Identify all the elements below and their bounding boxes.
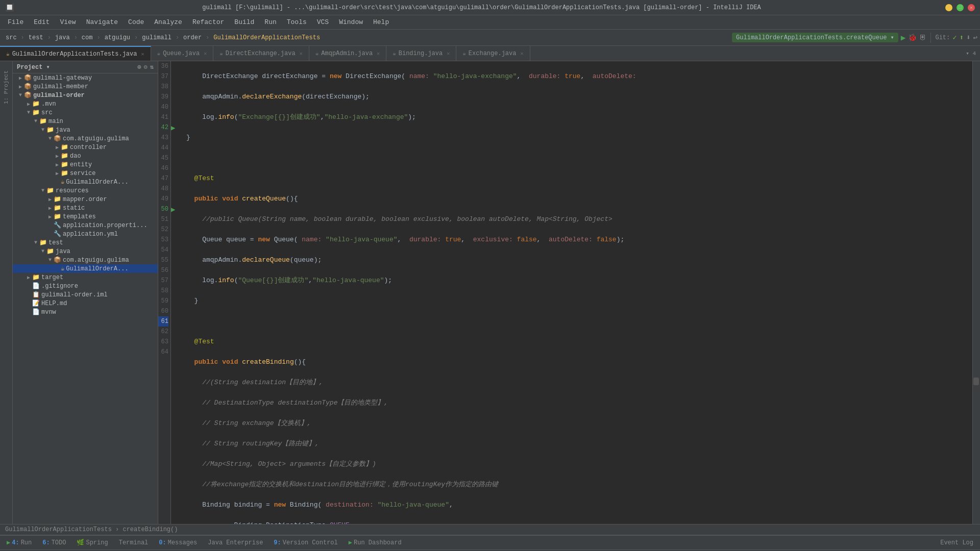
menu-refactor[interactable]: Refactor (187, 17, 229, 28)
run-tool-btn[interactable]: ▶ 4: Run (3, 538, 36, 547)
tree-item-iml[interactable]: 📋 gulimall-order.iml (13, 290, 158, 299)
breadcrumb-gulimall[interactable]: gulimall (139, 33, 175, 42)
tab-close-button[interactable]: ✕ (141, 51, 144, 57)
menu-view[interactable]: View (55, 17, 81, 28)
menu-tools[interactable]: Tools (282, 17, 312, 28)
menu-analyze[interactable]: Analyze (149, 17, 187, 28)
spring-tool-btn[interactable]: 🌿 Spring (72, 538, 112, 547)
expand-icon[interactable]: ⇅ (150, 63, 154, 71)
tree-item-member[interactable]: ▶ 📦 gulimall-member (13, 82, 158, 91)
breadcrumb-atguigu[interactable]: atguigu (102, 33, 133, 42)
menu-vcs[interactable]: VCS (312, 17, 334, 28)
breadcrumb-order[interactable]: order (180, 33, 205, 42)
tree-item-order[interactable]: ▼ 📦 gulimall-order (13, 91, 158, 99)
tree-item-package-test[interactable]: ▼ 📦 com.atguigu.gulima (13, 256, 158, 264)
git-revert-button[interactable]: ↩ (973, 33, 977, 42)
folder-icon: 📁 (54, 204, 61, 212)
tree-item-java-test[interactable]: ▼ 📁 java (13, 247, 158, 256)
close-button[interactable]: ✕ (968, 4, 975, 11)
tab-amqp-admin[interactable]: ☕ AmqpAdmin.java ✕ (309, 46, 386, 61)
code-line-44: Queue queue = new Queue( name: "hello-ja… (186, 235, 967, 245)
minimize-button[interactable]: ─ (945, 4, 952, 11)
tab-exchange-close[interactable]: ✕ (520, 51, 523, 57)
tree-item-package-main[interactable]: ▼ 📦 com.atguigu.gulima (13, 134, 158, 143)
tree-item-gulimall-app[interactable]: ☕ GulimallOrderA... (13, 178, 158, 186)
maximize-button[interactable]: □ (957, 4, 964, 11)
tab-amqp-admin-close[interactable]: ✕ (377, 51, 380, 57)
menu-edit[interactable]: Edit (29, 17, 55, 28)
run-dashboard-tool-btn[interactable]: ▶ Run Dashboard (345, 538, 406, 547)
locate-icon[interactable]: ⊕ (137, 63, 141, 71)
tree-item-service[interactable]: ▶ 📁 service (13, 169, 158, 178)
debug-button[interactable]: 🐞 (908, 33, 917, 42)
tree-item-mvnw[interactable]: 📄 mvnw (13, 308, 158, 316)
tree-item-app-yml[interactable]: 🔧 application.yml (13, 230, 158, 238)
run-config-selector[interactable]: GulimallOrderApplicationTests.createQueu… (732, 33, 898, 42)
code-line-37: amqpAdmin.declareExchange(directExchange… (186, 92, 967, 102)
messages-tool-btn[interactable]: 0: Messages (155, 538, 201, 547)
scroll-thumb[interactable] (973, 378, 979, 385)
tab-direct-exchange[interactable]: ☕ DirectExchange.java ✕ (213, 46, 309, 61)
right-scroll-gutter (972, 61, 980, 524)
tab-queue-close[interactable]: ✕ (204, 51, 207, 57)
menu-code[interactable]: Code (123, 17, 149, 28)
breadcrumb-test[interactable]: test (26, 33, 46, 42)
tree-item-gitignore[interactable]: 📄 .gitignore (13, 282, 158, 290)
tree-item-dao[interactable]: ▶ 📁 dao (13, 152, 158, 160)
tree-item-mapper-order[interactable]: ▶ 📁 mapper.order (13, 195, 158, 204)
tree-item-src[interactable]: ▼ 📁 src (13, 108, 158, 117)
tab-direct-exchange-close[interactable]: ✕ (300, 51, 303, 57)
code-editor[interactable]: 36 37 38 39 40 41 42 43 44 45 46 47 48 4… (158, 61, 980, 524)
menu-file[interactable]: File (3, 17, 29, 28)
folder-icon: 📁 (32, 100, 40, 108)
menu-navigate[interactable]: Navigate (81, 17, 123, 28)
breadcrumb-class[interactable]: GulimallOrderApplicationTests (210, 33, 323, 42)
tree-label: gulimall-order.iml (41, 291, 108, 298)
breadcrumb-com[interactable]: com (79, 33, 96, 42)
code-text-area[interactable]: DirectExchange directExchange = new Dire… (181, 61, 972, 524)
tab-binding[interactable]: ☕ Binding.java ✕ (386, 46, 456, 61)
menu-build[interactable]: Build (229, 17, 259, 28)
menu-help[interactable]: Help (368, 17, 394, 28)
tree-item-test[interactable]: ▼ 📁 test (13, 238, 158, 247)
git-commit-button[interactable]: ✓ (952, 33, 957, 42)
project-panel-tab[interactable]: 1: Project (3, 66, 9, 108)
tree-item-controller[interactable]: ▶ 📁 controller (13, 143, 158, 152)
breadcrumb-java[interactable]: java (52, 33, 73, 42)
todo-tool-btn[interactable]: 6: TODO (38, 538, 70, 547)
tree-arrow: ▼ (39, 248, 46, 254)
tab-exchange[interactable]: ☕ Exchange.java ✕ (456, 46, 530, 61)
tree-item-static[interactable]: ▶ 📁 static (13, 204, 158, 212)
run-button[interactable]: ▶ (901, 33, 906, 43)
git-push-button[interactable]: ⬆ (960, 33, 964, 42)
git-update-button[interactable]: ⬇ (966, 33, 970, 42)
tree-item-templates[interactable]: ▶ 📁 templates (13, 212, 158, 221)
tree-item-test-class[interactable]: ☕ GulimallOrderA... (13, 264, 158, 273)
coverage-button[interactable]: ⛨ (919, 34, 926, 42)
tree-item-app-properties[interactable]: 🔧 application.properti... (13, 221, 158, 230)
settings-icon[interactable]: ⚙ (144, 63, 148, 71)
tree-item-target[interactable]: ▶ 📁 target (13, 273, 158, 282)
menu-window[interactable]: Window (334, 17, 368, 28)
tab-queue[interactable]: ☕ Queue.java ✕ (151, 46, 214, 61)
line-num-42: 42 (158, 122, 168, 133)
run-method-icon-42[interactable]: ▶ (171, 123, 175, 132)
tab-gulimall-order-tests[interactable]: ☕ GulimallOrderApplicationTests.java ✕ (0, 46, 151, 61)
breadcrumb-src[interactable]: src (3, 33, 20, 42)
java-enterprise-tool-btn[interactable]: Java Enterprise (204, 538, 267, 547)
event-log-btn[interactable]: Event Log (936, 538, 977, 547)
tree-item-entity[interactable]: ▶ 📁 entity (13, 160, 158, 169)
version-control-tool-btn[interactable]: 9: Version Control (270, 538, 341, 547)
tab-binding-close[interactable]: ✕ (447, 51, 450, 57)
tree-item-main[interactable]: ▼ 📁 main (13, 117, 158, 126)
tree-item-mvn[interactable]: ▶ 📁 .mvn (13, 99, 158, 108)
tree-item-gateway[interactable]: ▶ 📦 gulimall-gateway (13, 73, 158, 82)
tree-item-java-main[interactable]: ▼ 📁 java (13, 126, 158, 134)
tab-exchange-label: Exchange.java (469, 50, 517, 57)
menu-run[interactable]: Run (259, 17, 281, 28)
terminal-tool-btn[interactable]: Terminal (115, 538, 153, 547)
tree-item-resources[interactable]: ▼ 📁 resources (13, 186, 158, 195)
line-num-49: 49 (158, 194, 168, 204)
run-method-icon-50[interactable]: ▶ (171, 205, 175, 214)
tree-item-help[interactable]: 📝 HELP.md (13, 299, 158, 308)
